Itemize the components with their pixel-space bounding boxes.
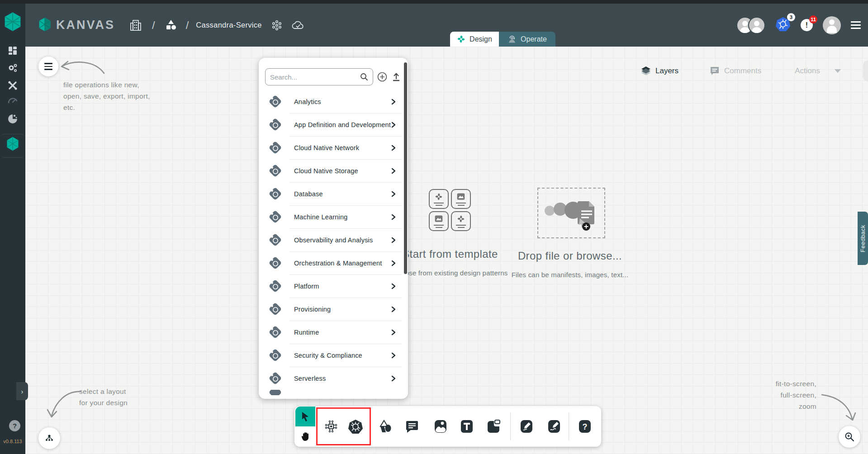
tab-operate[interactable]: Operate <box>499 32 555 47</box>
add-cursor-icon <box>579 218 597 236</box>
caret-down-icon <box>834 69 841 73</box>
design-name[interactable]: Cassandra-Service <box>196 21 261 29</box>
shapes-icon <box>379 420 392 433</box>
top-strip <box>0 0 868 4</box>
workspace-icon[interactable] <box>164 19 178 32</box>
note-tool[interactable] <box>484 416 503 436</box>
header-bar: KANVAS / / Cassandra-Service Design Oper… <box>25 4 868 47</box>
zoom-controls-button[interactable] <box>839 426 860 448</box>
template-tile[interactable] <box>451 189 471 209</box>
image-tool[interactable] <box>431 416 451 436</box>
zoom-annotation: fit-to-screen, full-screen, zoom <box>744 378 816 412</box>
provisioning-tag-icon <box>267 301 283 317</box>
chevron-right-icon <box>391 329 396 336</box>
component-shape-tool[interactable] <box>321 416 341 436</box>
pen-tool[interactable] <box>517 416 536 436</box>
select-tool[interactable] <box>295 407 315 426</box>
category-row-machine-learning[interactable]: Machine Learning <box>259 205 408 228</box>
toolbar-divider <box>510 412 511 440</box>
meshery-spiral-icon <box>457 35 465 43</box>
design-canvas[interactable]: file operations like new, open, save, ex… <box>25 47 868 454</box>
layer5-logo-icon[interactable] <box>4 12 22 33</box>
dropzone-circle <box>545 206 555 216</box>
layers-button[interactable]: Layers <box>640 66 678 76</box>
category-label: Runtime <box>294 329 391 336</box>
category-row-cloud-native-network[interactable]: Cloud Native Network <box>259 136 408 159</box>
actions-label: Actions <box>795 66 820 76</box>
template-tile[interactable] <box>429 189 449 209</box>
shapes-tool[interactable] <box>375 416 395 436</box>
orchestration-management-tag-icon <box>267 255 283 271</box>
platform-tag-icon <box>267 278 283 294</box>
lifecycle-gears-icon[interactable] <box>0 61 25 76</box>
category-row-platform[interactable]: Platform <box>259 274 408 298</box>
category-row-app-definition-and-development[interactable]: App Definition and Development <box>259 113 408 136</box>
start-from-template-title[interactable]: Start from template <box>402 248 498 260</box>
category-row-observability-and-analysis[interactable]: Observability and Analysis <box>259 228 408 251</box>
operator-headset-icon <box>508 35 517 44</box>
runtime-tag-icon <box>267 324 283 340</box>
serverless-tag-icon <box>267 370 283 387</box>
user-avatar[interactable] <box>823 16 841 34</box>
analytics-tag-icon <box>267 94 283 110</box>
layout-select-button[interactable] <box>38 427 60 449</box>
header-menu-icon[interactable] <box>851 21 861 29</box>
left-sidebar: › ? v0.8.113 <box>0 4 25 454</box>
doodle-tool[interactable] <box>544 416 564 436</box>
upload-icon[interactable] <box>391 72 401 82</box>
hand-icon <box>300 431 311 442</box>
category-row-orchestration-management[interactable]: Orchestration & Management <box>259 251 408 274</box>
configuration-tools-icon[interactable] <box>0 78 25 93</box>
category-label: Machine Learning <box>294 213 391 221</box>
template-tile[interactable] <box>451 211 471 231</box>
file-operations-menu-button[interactable] <box>38 57 58 76</box>
template-tile[interactable] <box>429 211 449 231</box>
performance-gauge-icon[interactable] <box>0 93 25 109</box>
extensions-icon[interactable] <box>0 111 25 127</box>
dropzone-title[interactable]: Drop file or browse... <box>518 250 622 262</box>
kubernetes-tool[interactable] <box>346 416 365 436</box>
add-component-icon[interactable] <box>377 71 388 82</box>
category-row-cloud-native-storage[interactable]: Cloud Native Storage <box>259 159 408 182</box>
kubernetes-context-button[interactable]: 3 <box>775 17 791 33</box>
help-tool[interactable]: ? <box>575 416 595 436</box>
panel-scrollbar[interactable] <box>404 62 407 274</box>
tab-design[interactable]: Design <box>450 32 499 47</box>
feedback-tab[interactable]: Feedback <box>858 212 868 265</box>
cloud-saved-icon[interactable] <box>291 19 305 31</box>
organization-icon[interactable] <box>129 19 142 32</box>
design-spiral-icon <box>456 214 465 223</box>
notifications-button[interactable]: ! 11 <box>801 19 813 31</box>
category-row-analytics[interactable]: Analytics <box>259 90 408 113</box>
comment-tool[interactable] <box>402 416 422 436</box>
observability-and-analysis-tag-icon <box>267 232 283 248</box>
comments-button[interactable]: Comments <box>709 66 761 76</box>
category-tag-icon <box>267 390 283 395</box>
category-row-provisioning[interactable]: Provisioning <box>259 298 408 321</box>
actions-dropdown[interactable]: Actions <box>795 66 841 76</box>
database-tag-icon <box>267 186 283 202</box>
kanvas-active-icon[interactable] <box>0 136 25 151</box>
help-icon[interactable]: ? <box>9 420 20 431</box>
category-label: Cloud Native Storage <box>294 167 391 175</box>
sidebar-divider <box>3 157 23 158</box>
text-tool[interactable] <box>457 416 477 436</box>
category-row-runtime[interactable]: Runtime <box>259 321 408 344</box>
design-relationships-icon[interactable] <box>271 19 283 31</box>
dashboard-icon[interactable] <box>0 43 25 58</box>
category-row-serverless[interactable]: Serverless <box>259 367 408 390</box>
collaborator-avatars[interactable] <box>736 17 765 34</box>
file-dropzone[interactable] <box>537 188 605 238</box>
cloud-native-network-tag-icon <box>267 140 283 156</box>
pan-tool[interactable] <box>295 426 315 446</box>
category-label: Cloud Native Network <box>294 144 391 151</box>
search-input[interactable] <box>270 73 360 81</box>
category-row-database[interactable]: Database <box>259 182 408 205</box>
mode-tabs: Design Operate <box>450 32 555 47</box>
share-button[interactable]: Share <box>863 61 868 81</box>
sidebar-expand-chevron[interactable]: › <box>16 382 28 400</box>
category-row-security-compliance[interactable]: Security & Compliance <box>259 344 408 367</box>
notification-count-badge: 11 <box>809 15 817 24</box>
category-row-partial[interactable] <box>259 390 408 395</box>
cursor-icon <box>300 411 311 422</box>
